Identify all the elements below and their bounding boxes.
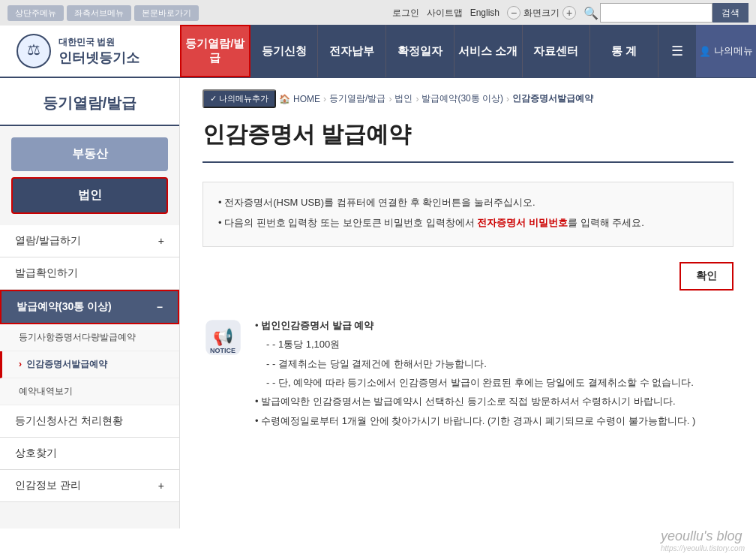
notice-list: 법인인감증명서 발급 예약 - 1통당 1,100원 - 결제취소는 당일 결제… xyxy=(255,317,695,429)
screen-size-label: 화면크기 xyxy=(524,7,560,20)
sidebar-btn-real-estate[interactable]: 부동산 xyxy=(11,137,168,171)
sidebar-btn-corporation[interactable]: 법인 xyxy=(11,177,168,214)
svg-text:NOTICE: NOTICE xyxy=(210,347,236,354)
highlight-text: 전자증명서 비밀번호 xyxy=(477,217,568,228)
notice-item-1: - 1통당 1,100원 xyxy=(255,336,695,353)
nav-my-menu[interactable]: 👤 나의메뉴 xyxy=(696,25,756,77)
screen-increase-btn[interactable]: + xyxy=(562,6,576,20)
logo-line2: 인터넷등기소 xyxy=(58,49,140,67)
expand-icon-5: + xyxy=(158,480,164,492)
logo-area: ⚖ 대한민국 법원 인터넷등기소 xyxy=(0,32,180,70)
svg-text:⚖: ⚖ xyxy=(27,41,40,58)
confirm-button[interactable]: 확인 xyxy=(680,262,734,291)
nav-item-3[interactable]: 확정일자 xyxy=(386,25,454,77)
search-input[interactable] xyxy=(600,3,712,23)
page-title: 인감증명서 발급예약 xyxy=(202,119,734,163)
nav-more-btn[interactable]: ☰ xyxy=(658,25,696,77)
logo-emblem: ⚖ xyxy=(15,32,52,70)
sidebar-btn-area: 부동산 법인 xyxy=(0,126,179,225)
breadcrumb-current: 인감증명서발급예약 xyxy=(512,92,593,105)
sitemap-link[interactable]: 사이트맵 xyxy=(427,7,463,20)
notice-item-5: 수령예정일로부터 1개월 안에 찾아가시기 바랍니다. (기한 경과시 폐기되므… xyxy=(255,412,695,429)
notice-item-4: 발급예약한 인감증명서는 발급예약시 선택하신 등기소로 직접 방문하셔서 수령… xyxy=(255,393,695,410)
sidebar-item-search-name[interactable]: 상호찾기 xyxy=(0,438,179,470)
sidebar-item-view[interactable]: 열람/발급하기 + xyxy=(0,225,179,257)
sidebar: 등기열람/발급 부동산 법인 열람/발급하기 + 발급확인하기 발급예약(30통… xyxy=(0,78,180,528)
nav-item-4[interactable]: 서비스 소개 xyxy=(454,25,523,77)
top-bar-right: 로그인 사이트맵 English − 화면크기 + 🔍 검색 xyxy=(392,3,748,23)
search-icon: 🔍 xyxy=(584,6,598,20)
main-nav: 등기열람/발급 등기신청 전자납부 확정일자 서비스 소개 자료센터 통 계 ☰… xyxy=(180,25,756,77)
nav-item-6[interactable]: 통 계 xyxy=(590,25,658,77)
submenu-item-reservation-list[interactable]: 예약내역보기 xyxy=(0,378,179,405)
notice-icon: 📢 NOTICE xyxy=(202,317,244,358)
content-area: ✓ 나의메뉴추가 🏠 HOME › 등기열람/발급 › 법인 › 발급예약(30… xyxy=(180,78,756,528)
notice-item-3: - 단, 예약에 따라 등기소에서 인감증명서 발급이 완료된 후에는 당일에도… xyxy=(255,374,695,391)
search-button[interactable]: 검색 xyxy=(712,3,748,23)
sidebar-submenu-reservation: 등기사항증명서다량발급예약 › 인감증명서발급예약 예약내역보기 xyxy=(0,324,179,405)
breadcrumb: ✓ 나의메뉴추가 🏠 HOME › 등기열람/발급 › 법인 › 발급예약(30… xyxy=(202,89,734,108)
sidebar-item-reservation[interactable]: 발급예약(30통 이상) − xyxy=(0,290,179,324)
info-box: • 전자증명서(HSM USB)를 컴퓨터에 연결한 후 확인버튼을 눌러주십시… xyxy=(202,182,734,247)
sidebar-item-seal-manage[interactable]: 인감정보 관리 + xyxy=(0,470,179,502)
screen-size-control: − 화면크기 + xyxy=(507,6,576,20)
submenu-item-bulk-cert[interactable]: 등기사항증명서다량발급예약 xyxy=(0,324,179,351)
svg-text:📢: 📢 xyxy=(213,327,234,347)
breadcrumb-1[interactable]: 등기열람/발급 xyxy=(329,92,386,105)
expand-icon-0: + xyxy=(158,235,164,247)
notice-item-2: - 결제취소는 당일 결제건에 한해서만 가능합니다. xyxy=(255,355,695,372)
lang-select[interactable]: English xyxy=(470,8,500,18)
btn-content[interactable]: 본문바로가기 xyxy=(134,5,199,21)
screen-decrease-btn[interactable]: − xyxy=(507,6,520,20)
breadcrumb-2[interactable]: 법인 xyxy=(394,92,412,105)
breadcrumb-home[interactable]: HOME xyxy=(293,94,320,104)
nav-item-5[interactable]: 자료센터 xyxy=(523,25,591,77)
submenu-item-seal-cert[interactable]: › 인감증명서발급예약 xyxy=(0,351,179,378)
active-indicator: › xyxy=(19,359,22,369)
sidebar-menu: 열람/발급하기 + 발급확인하기 발급예약(30통 이상) − 등기사항증명서다… xyxy=(0,225,179,502)
collapse-icon: − xyxy=(157,301,163,313)
info-line-2: • 다음의 핀번호 입력창 또는 보안토큰 비밀번호 입력창에서 전자증명서 비… xyxy=(218,214,718,231)
home-icon: 🏠 xyxy=(279,94,290,104)
nav-item-0[interactable]: 등기열람/발급 xyxy=(180,25,250,77)
sidebar-title: 등기열람/발급 xyxy=(0,78,179,126)
nav-item-1[interactable]: 등기신청 xyxy=(250,25,319,77)
breadcrumb-3[interactable]: 발급예약(30통 이상) xyxy=(422,92,503,105)
add-my-menu-btn[interactable]: ✓ 나의메뉴추가 xyxy=(202,89,276,108)
info-line-1: • 전자증명서(HSM USB)를 컴퓨터에 연결한 후 확인버튼을 눌러주십시… xyxy=(218,194,718,211)
sidebar-item-status[interactable]: 등기신청사건 처리현황 xyxy=(0,405,179,438)
btn-left-menu[interactable]: 좌측서브메뉴 xyxy=(67,5,131,21)
search-area: 🔍 검색 xyxy=(584,3,748,23)
notice-item-0: 법인인감증명서 발급 예약 xyxy=(255,317,695,334)
nav-item-2[interactable]: 전자납부 xyxy=(318,25,386,77)
btn-top-menu[interactable]: 상단주메뉴 xyxy=(8,5,64,21)
top-bar-left: 상단주메뉴 좌측서브메뉴 본문바로가기 xyxy=(8,5,199,21)
sidebar-item-confirm[interactable]: 발급확인하기 xyxy=(0,257,179,290)
confirm-btn-area: 확인 xyxy=(202,262,734,291)
sidebar-item-reservation-section: 발급예약(30통 이상) − 등기사항증명서다량발급예약 › 인감증명서발급예약… xyxy=(0,290,179,405)
logo-text: 대한민국 법원 인터넷등기소 xyxy=(58,36,140,67)
main-header: ⚖ 대한민국 법원 인터넷등기소 등기열람/발급 등기신청 전자납부 확정일자 … xyxy=(0,26,756,78)
login-link[interactable]: 로그인 xyxy=(392,7,419,20)
logo-line1: 대한민국 법원 xyxy=(58,36,140,49)
top-bar: 상단주메뉴 좌측서브메뉴 본문바로가기 로그인 사이트맵 English − 화… xyxy=(0,0,756,26)
main-layout: 등기열람/발급 부동산 법인 열람/발급하기 + 발급확인하기 발급예약(30통… xyxy=(0,78,756,528)
my-menu-icon: 👤 xyxy=(699,46,711,57)
notice-content: 법인인감증명서 발급 예약 - 1통당 1,100원 - 결제취소는 당일 결제… xyxy=(255,317,695,431)
notice-box: 📢 NOTICE 법인인감증명서 발급 예약 - 1통당 1,100원 - 결제… xyxy=(202,306,734,442)
